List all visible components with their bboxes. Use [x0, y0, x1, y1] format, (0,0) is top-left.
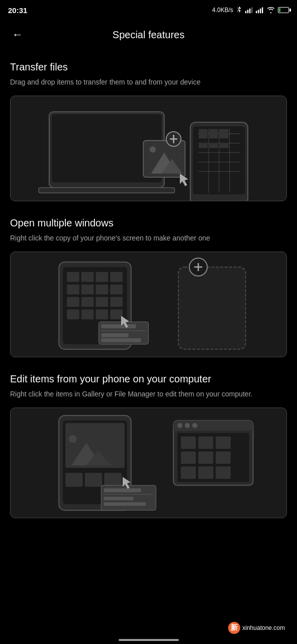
- svg-rect-91: [181, 451, 196, 464]
- signal-icon-1: [245, 7, 253, 14]
- network-speed: 4.0KB/s: [212, 7, 233, 14]
- svg-rect-3: [251, 7, 252, 13]
- svg-rect-22: [209, 129, 218, 133]
- svg-rect-0: [245, 11, 246, 14]
- svg-point-86: [192, 423, 197, 428]
- svg-rect-28: [209, 144, 218, 148]
- svg-rect-6: [260, 9, 261, 14]
- svg-rect-72: [65, 473, 83, 487]
- bottom-nav-indicator: [119, 639, 179, 641]
- svg-point-33: [150, 146, 156, 152]
- svg-rect-93: [216, 451, 231, 464]
- bluetooth-icon: [236, 7, 243, 14]
- watermark: 新 xinhuatone.com: [224, 620, 289, 636]
- svg-rect-79: [104, 502, 146, 506]
- section-edit-items: Edit items from your phone on your compu…: [10, 373, 287, 518]
- illustration-edit: [10, 408, 287, 518]
- svg-rect-21: [199, 129, 208, 133]
- svg-rect-62: [178, 267, 246, 349]
- section-transfer-files: Transfer files Drag and drop items to tr…: [10, 61, 287, 201]
- svg-rect-83: [173, 427, 253, 431]
- svg-rect-54: [96, 309, 109, 319]
- main-content: Transfer files Drag and drop items to tr…: [0, 49, 297, 546]
- svg-rect-43: [110, 272, 123, 282]
- svg-rect-77: [104, 489, 141, 493]
- svg-rect-10: [39, 188, 174, 193]
- svg-rect-4: [256, 11, 257, 14]
- svg-rect-5: [258, 10, 259, 13]
- svg-rect-48: [67, 297, 79, 307]
- svg-rect-95: [199, 466, 214, 479]
- watermark-icon: 新: [228, 622, 240, 634]
- svg-rect-51: [110, 297, 123, 307]
- svg-rect-25: [209, 134, 218, 138]
- section-desc-transfer: Drag and drop items to transfer them to …: [10, 77, 287, 88]
- svg-rect-94: [181, 466, 196, 479]
- svg-rect-52: [67, 309, 79, 319]
- section-open-windows: Open multiple windows Right click the co…: [10, 217, 287, 357]
- svg-rect-1: [247, 10, 248, 13]
- svg-rect-23: [220, 129, 229, 133]
- svg-rect-59: [101, 333, 128, 337]
- svg-rect-90: [216, 436, 231, 449]
- back-button[interactable]: ←: [10, 26, 25, 43]
- svg-rect-92: [199, 451, 214, 464]
- svg-rect-29: [220, 144, 229, 148]
- section-title-windows: Open multiple windows: [10, 217, 287, 229]
- svg-rect-88: [181, 436, 196, 449]
- svg-rect-41: [81, 272, 94, 282]
- svg-rect-50: [96, 297, 109, 307]
- svg-rect-7: [262, 7, 263, 13]
- status-icons: 4.0KB/s: [212, 7, 289, 14]
- svg-rect-89: [199, 436, 214, 449]
- status-time: 20:31: [8, 6, 27, 15]
- illustration-windows: [10, 252, 287, 357]
- svg-rect-60: [101, 338, 141, 342]
- signal-icon-2: [256, 7, 264, 14]
- svg-rect-2: [249, 9, 250, 14]
- section-title-edit: Edit items from your phone on your compu…: [10, 373, 287, 385]
- svg-rect-53: [81, 309, 94, 319]
- svg-point-84: [177, 423, 182, 428]
- svg-rect-27: [199, 144, 208, 148]
- svg-rect-45: [81, 284, 94, 294]
- wifi-icon: [266, 7, 275, 14]
- svg-rect-24: [199, 134, 208, 138]
- svg-rect-46: [96, 284, 109, 294]
- svg-rect-96: [216, 466, 231, 479]
- svg-rect-78: [104, 497, 133, 500]
- svg-rect-42: [96, 272, 109, 282]
- svg-rect-26: [220, 134, 229, 138]
- svg-rect-58: [101, 325, 136, 329]
- svg-point-85: [185, 423, 190, 428]
- svg-rect-47: [110, 284, 123, 294]
- app-header: ← Special features: [0, 20, 297, 49]
- svg-rect-40: [67, 272, 79, 282]
- section-desc-edit: Right click the items in Gallery or File…: [10, 389, 287, 399]
- section-desc-windows: Right click the copy of your phone's scr…: [10, 233, 287, 244]
- svg-point-71: [69, 435, 77, 443]
- back-arrow-icon: ←: [12, 28, 23, 41]
- page-title: Special features: [113, 29, 184, 41]
- status-bar: 20:31 4.0KB/s: [0, 0, 297, 20]
- svg-rect-49: [81, 297, 94, 307]
- svg-rect-44: [67, 284, 79, 294]
- svg-rect-55: [110, 309, 123, 319]
- svg-rect-74: [104, 473, 122, 487]
- watermark-text: xinhuatone.com: [242, 624, 285, 631]
- illustration-transfer: [10, 96, 287, 201]
- section-title-transfer: Transfer files: [10, 61, 287, 73]
- svg-rect-73: [85, 473, 103, 487]
- battery-indicator: [278, 7, 289, 13]
